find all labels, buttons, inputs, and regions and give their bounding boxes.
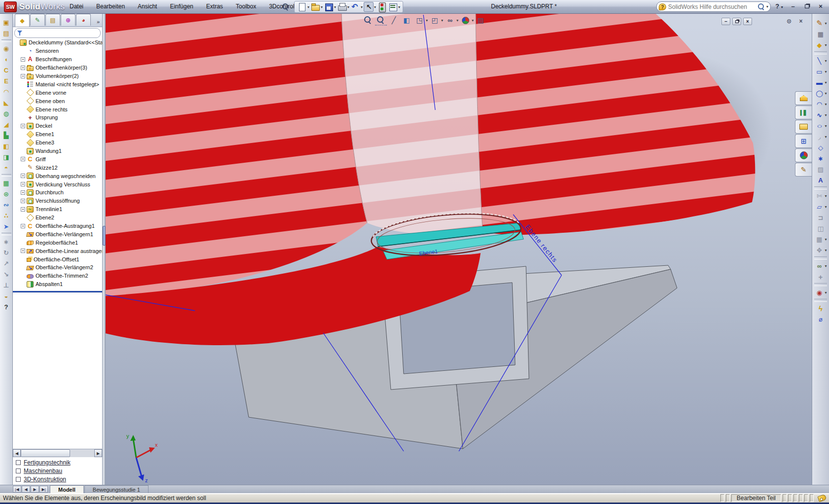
doc-restore-button[interactable] bbox=[732, 18, 741, 25]
features-toolbar-button[interactable] bbox=[1, 151, 12, 162]
panel-tab[interactable] bbox=[45, 14, 60, 26]
panel-tab[interactable] bbox=[15, 14, 30, 27]
toolbar-button[interactable] bbox=[310, 2, 320, 12]
library-link-row[interactable]: Fertigungstechnik bbox=[16, 458, 101, 467]
toolbar-button[interactable] bbox=[350, 2, 360, 12]
task-pane-pin-icon[interactable]: ⊙ bbox=[785, 18, 793, 25]
dropdown-caret[interactable]: ▾ bbox=[334, 5, 336, 9]
tree-item[interactable]: Wandung1 bbox=[13, 147, 102, 155]
headsup-button[interactable] bbox=[375, 15, 387, 26]
library-link-row[interactable]: 3D-Konstruktion bbox=[16, 475, 101, 483]
features-toolbar-button[interactable] bbox=[1, 119, 12, 130]
sketch-toolbar-button[interactable] bbox=[816, 223, 826, 233]
tree-item[interactable]: Deckel bbox=[13, 122, 102, 130]
dropdown-caret[interactable]: ▾ bbox=[398, 5, 400, 9]
features-toolbar-button[interactable] bbox=[1, 65, 12, 75]
dropdown-caret[interactable]: ▾ bbox=[825, 237, 827, 242]
search-submit-icon[interactable] bbox=[757, 3, 766, 11]
features-toolbar-button[interactable] bbox=[1, 162, 12, 173]
sketch-toolbar-button[interactable] bbox=[814, 132, 824, 142]
toolbar-button[interactable] bbox=[324, 2, 334, 12]
sketch-toolbar-button[interactable] bbox=[816, 153, 826, 163]
tree-item[interactable]: Überhang wegschneiden bbox=[13, 172, 102, 180]
toolbar-button[interactable] bbox=[337, 2, 347, 12]
sketch-toolbar-button[interactable] bbox=[816, 29, 826, 39]
tree-item[interactable]: Skizze12 bbox=[13, 163, 102, 172]
tree-item[interactable]: Durchbruch bbox=[13, 188, 102, 197]
sketch-toolbar-button[interactable] bbox=[816, 164, 826, 174]
dropdown-caret[interactable]: ▾ bbox=[825, 135, 827, 139]
panel-tab[interactable] bbox=[61, 14, 75, 26]
tree-expander[interactable] bbox=[21, 74, 25, 78]
features-toolbar-button[interactable] bbox=[1, 290, 12, 301]
tree-item[interactable]: Ursprung bbox=[13, 113, 102, 122]
dropdown-caret[interactable]: ▾ bbox=[825, 124, 827, 128]
task-pane-tab[interactable] bbox=[795, 106, 812, 119]
tree-item[interactable]: Sensoren bbox=[13, 47, 102, 55]
toolbar-button[interactable] bbox=[364, 2, 374, 12]
dropdown-caret[interactable]: ▾ bbox=[825, 43, 827, 47]
dropdown-caret[interactable]: ▾ bbox=[825, 194, 827, 198]
dropdown-caret[interactable]: ▾ bbox=[825, 59, 827, 63]
search-options-caret[interactable]: ▾ bbox=[766, 4, 768, 9]
tree-item[interactable]: Deckeldummy (Standard<<Standar bbox=[13, 38, 102, 47]
menu-item[interactable]: Bearbeiten bbox=[90, 0, 131, 13]
rollback-bar[interactable] bbox=[13, 291, 102, 292]
tree-item[interactable]: Oberfläche-Offset1 bbox=[13, 255, 102, 263]
features-toolbar-button[interactable] bbox=[1, 301, 12, 312]
features-toolbar-button[interactable] bbox=[1, 17, 12, 28]
tree-expander[interactable] bbox=[21, 249, 25, 253]
sketch-toolbar-button[interactable] bbox=[814, 202, 824, 212]
sketch-toolbar-button[interactable] bbox=[816, 314, 826, 324]
tab-nav-button[interactable]: ▶| bbox=[39, 486, 48, 493]
graphics-area[interactable]: Ebene rechts Ebene1 x y z bbox=[106, 14, 812, 485]
panel-horizontal-scrollbar[interactable]: ◀ ▶ bbox=[13, 449, 102, 457]
menu-item[interactable]: Toolbox bbox=[229, 0, 263, 13]
dropdown-caret[interactable]: ▾ bbox=[825, 70, 827, 74]
dropdown-caret[interactable]: ▾ bbox=[825, 21, 827, 26]
help-search-input[interactable] bbox=[666, 3, 757, 10]
features-toolbar-button[interactable] bbox=[1, 280, 12, 290]
dropdown-caret[interactable]: ▾ bbox=[825, 290, 827, 295]
task-pane-tab[interactable] bbox=[795, 148, 812, 162]
features-toolbar-button[interactable] bbox=[1, 178, 12, 188]
sketch-toolbar-button[interactable] bbox=[814, 56, 824, 66]
menu-item[interactable]: Extras bbox=[200, 0, 229, 13]
tree-item[interactable]: Oberflächenkörper(3) bbox=[13, 64, 102, 72]
tab-nav-button[interactable]: ◀ bbox=[22, 486, 30, 493]
dropdown-caret[interactable]: ▾ bbox=[825, 91, 827, 96]
tree-filter[interactable] bbox=[14, 28, 101, 38]
doc-minimize-button[interactable]: – bbox=[721, 18, 730, 25]
features-toolbar-button[interactable] bbox=[1, 188, 12, 199]
headsup-button[interactable] bbox=[388, 15, 400, 26]
dropdown-caret[interactable]: ▾ bbox=[825, 113, 827, 117]
features-toolbar-button[interactable] bbox=[1, 75, 12, 86]
library-checkbox[interactable] bbox=[16, 460, 21, 465]
help-menu-button[interactable]: ? ▾ bbox=[774, 2, 785, 11]
tree-expander[interactable] bbox=[21, 124, 25, 128]
tree-expander[interactable] bbox=[21, 207, 25, 212]
task-pane-tab[interactable] bbox=[795, 134, 812, 148]
tag-icon[interactable] bbox=[818, 494, 827, 502]
features-toolbar-button[interactable] bbox=[1, 258, 12, 269]
tree-item[interactable]: Regeloberfläche1 bbox=[13, 238, 102, 247]
dropdown-caret[interactable]: ▾ bbox=[456, 18, 458, 23]
dropdown-caret[interactable]: ▾ bbox=[347, 5, 349, 9]
tree-item[interactable]: Beschriftungen bbox=[13, 55, 102, 64]
features-toolbar-button[interactable] bbox=[1, 97, 12, 108]
features-toolbar-button[interactable] bbox=[1, 54, 12, 65]
sketch-toolbar-button[interactable] bbox=[814, 99, 824, 109]
tree-expander[interactable] bbox=[21, 190, 25, 195]
features-toolbar-button[interactable] bbox=[1, 130, 12, 141]
headsup-button[interactable] bbox=[429, 15, 441, 26]
features-toolbar-button[interactable] bbox=[1, 269, 12, 280]
close-button[interactable]: × bbox=[815, 2, 826, 11]
tab-nav-button[interactable]: |◀ bbox=[13, 486, 21, 493]
tree-item[interactable]: Ebene oben bbox=[13, 97, 102, 105]
tree-expander[interactable] bbox=[21, 66, 25, 70]
scrollbar-track[interactable] bbox=[21, 449, 94, 457]
headsup-button[interactable] bbox=[362, 15, 374, 26]
scroll-right-button[interactable]: ▶ bbox=[94, 449, 102, 457]
dropdown-caret[interactable]: ▾ bbox=[307, 5, 309, 9]
toolbar-button[interactable] bbox=[388, 2, 398, 12]
